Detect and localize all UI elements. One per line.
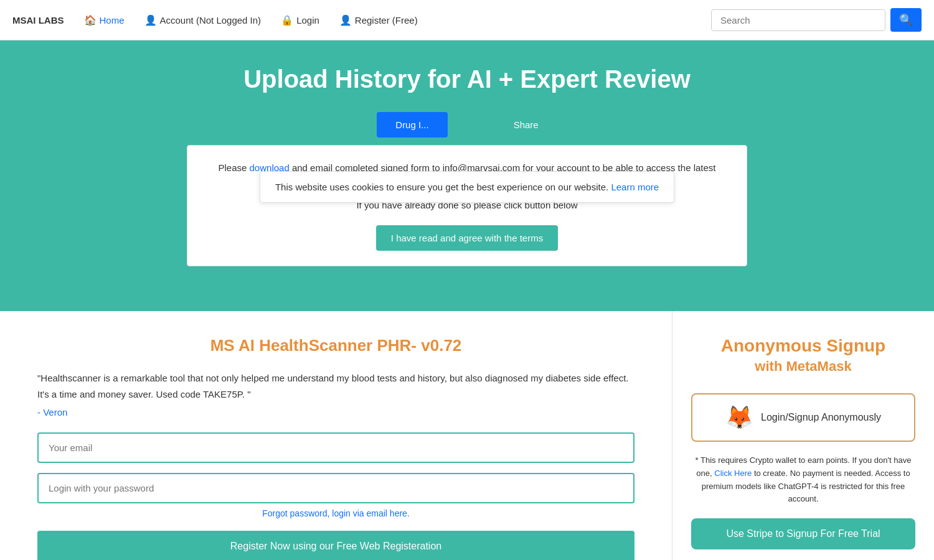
nav-register[interactable]: 👤 Register (Free) (332, 11, 425, 30)
nav-account[interactable]: 👤 Account (Not Logged In) (137, 11, 269, 30)
nav-login-label: Login (296, 15, 319, 26)
account-icon: 👤 (144, 14, 157, 26)
register-icon: 👤 (339, 14, 352, 26)
crypto-note: * This requires Crypto wallet to earn po… (691, 454, 915, 506)
nav-links: 🏠 Home 👤 Account (Not Logged In) 🔒 Login… (77, 11, 712, 30)
right-title: Anonymous Signup (691, 336, 915, 356)
left-panel: MS AI HealthScanner PHR- v0.72 "Healthsc… (0, 311, 672, 560)
tabs-bar: Drug I... Share (12, 112, 922, 138)
main-content: MS AI HealthScanner PHR- v0.72 "Healthsc… (0, 311, 934, 560)
testimonial-text: "Healthscanner is a remarkable tool that… (37, 370, 634, 402)
register-button[interactable]: Register Now using our Free Web Register… (37, 531, 634, 560)
cookie-text: This website uses cookies to ensure you … (275, 182, 608, 192)
nav-account-label: Account (Not Logged In) (160, 15, 262, 26)
cookie-learn-more-link[interactable]: Learn more (611, 182, 659, 192)
cookie-banner: This website uses cookies to ensure you … (260, 171, 674, 203)
tab-2[interactable] (453, 112, 490, 138)
search-button[interactable]: 🔍 (890, 8, 922, 32)
testimonial-author-link[interactable]: - Veron (37, 407, 634, 418)
metamask-button-label: Login/Signup Anonymously (761, 412, 881, 423)
tab-drug[interactable]: Drug I... (377, 112, 447, 138)
forgot-password-link[interactable]: Forgot password, login via email here. (37, 508, 634, 518)
nav-home-label: Home (100, 15, 125, 26)
hero-title: Upload History for AI + Expert Review (12, 65, 922, 93)
navbar: MSAI LABS 🏠 Home 👤 Account (Not Logged I… (0, 0, 934, 40)
brand-logo[interactable]: MSAI LABS (12, 15, 64, 26)
terms-please: Please (218, 162, 247, 173)
forgot-period: . (407, 508, 410, 518)
right-subtitle: with MetaMask (691, 358, 915, 375)
email-input[interactable] (37, 432, 634, 463)
home-icon: 🏠 (84, 14, 97, 26)
nav-home[interactable]: 🏠 Home (77, 11, 132, 30)
nav-login[interactable]: 🔒 Login (273, 11, 327, 30)
agree-terms-button[interactable]: I have read and agree with the terms (376, 225, 558, 251)
nav-register-label: Register (Free) (355, 15, 418, 26)
crypto-click-here-link[interactable]: Click Here (714, 469, 752, 478)
lock-icon: 🔒 (281, 14, 293, 26)
right-panel: Anonymous Signup with MetaMask 🦊 Login/S… (672, 311, 934, 560)
hero-section: Upload History for AI + Expert Review Dr… (0, 40, 934, 311)
metamask-button[interactable]: 🦊 Login/Signup Anonymously (691, 393, 915, 442)
search-input[interactable] (711, 9, 885, 31)
terms-section: Please download and email completed sign… (187, 145, 747, 266)
password-input[interactable] (37, 473, 634, 503)
search-area: 🔍 (711, 8, 922, 32)
stripe-button[interactable]: Use Stripe to Signup For Free Trial (691, 518, 915, 549)
tab-share[interactable]: Share (495, 112, 557, 138)
metamask-icon: 🦊 (725, 404, 753, 431)
panel-title: MS AI HealthScanner PHR- v0.72 (37, 336, 634, 355)
